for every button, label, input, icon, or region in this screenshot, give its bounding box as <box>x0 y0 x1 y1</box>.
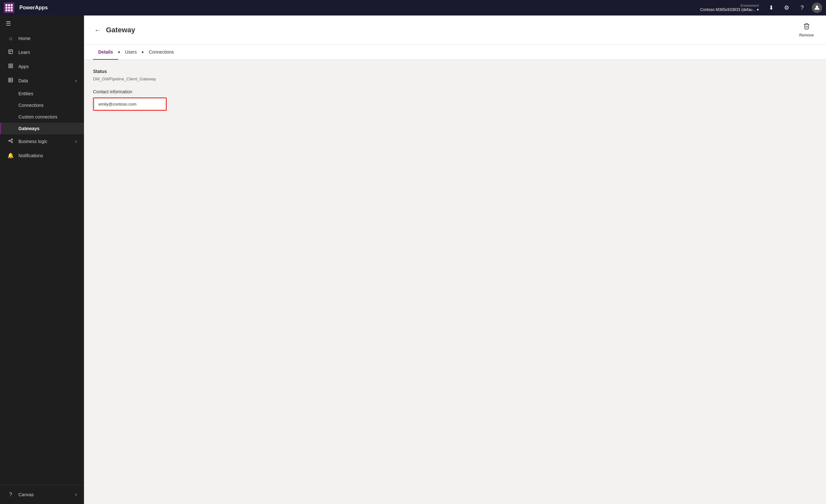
sidebar-item-gateways[interactable]: Gateways <box>0 123 84 134</box>
sidebar-label-connections: Connections <box>18 103 77 108</box>
tab-users-label: Users <box>125 49 137 55</box>
topbar: PowerApps Environment Contoso M365x93383… <box>0 0 826 15</box>
tab-bar: Details Users Connections <box>84 45 826 60</box>
sidebar-label-business-logic: Business logic <box>18 139 70 144</box>
learn-icon <box>7 49 14 56</box>
sidebar-label-gateways: Gateways <box>18 126 77 131</box>
remove-label: Remove <box>799 33 814 38</box>
sidebar-label-learn: Learn <box>18 50 77 55</box>
waffle-button[interactable] <box>4 3 14 13</box>
content-area: Status DM_GWPipeline_Client_Gateway Cont… <box>84 60 826 504</box>
sidebar-bottom: ? Canvas ∨ <box>0 485 84 504</box>
main-area: ← Gateway Remove Details <box>84 15 826 504</box>
sidebar-item-home[interactable]: ⌂ Home <box>0 32 84 45</box>
back-button[interactable]: ← <box>93 25 102 35</box>
user-avatar[interactable] <box>812 3 822 13</box>
data-icon <box>7 77 14 84</box>
sidebar-item-canvas[interactable]: ? Canvas ∨ <box>0 488 84 501</box>
svg-rect-1 <box>9 50 13 54</box>
hamburger-button[interactable]: ☰ <box>0 15 84 32</box>
sidebar-item-apps[interactable]: Apps <box>0 59 84 74</box>
notifications-icon: 🔔 <box>7 152 14 159</box>
svg-point-13 <box>11 139 13 140</box>
status-value: DM_GWPipeline_Client_Gateway <box>93 76 817 81</box>
svg-rect-5 <box>11 64 13 66</box>
svg-rect-6 <box>9 66 10 68</box>
sidebar-label-notifications: Notifications <box>18 153 77 158</box>
canvas-help-icon: ? <box>7 492 14 498</box>
tab-details-label: Details <box>98 49 113 55</box>
status-label: Status <box>93 69 817 74</box>
sidebar-item-custom-connectors[interactable]: Custom connectors <box>0 111 84 123</box>
svg-point-12 <box>9 140 10 141</box>
apps-icon <box>7 63 14 70</box>
svg-rect-7 <box>11 66 13 68</box>
env-label: Environment <box>741 4 759 7</box>
sidebar-item-notifications[interactable]: 🔔 Notifications <box>0 148 84 163</box>
chevron-down-icon: ▾ <box>757 7 759 12</box>
svg-line-16 <box>10 141 11 142</box>
sidebar-item-connections[interactable]: Connections <box>0 100 84 111</box>
business-logic-chevron-icon: ∨ <box>75 139 77 144</box>
sidebar-label-home: Home <box>18 36 77 41</box>
sidebar-item-entities[interactable]: Entities <box>0 88 84 100</box>
tab-users[interactable]: Users <box>120 45 142 60</box>
settings-button[interactable]: ⚙ <box>781 2 792 13</box>
trash-icon <box>803 22 810 32</box>
tab-connections-label: Connections <box>149 49 174 55</box>
svg-line-15 <box>10 140 11 141</box>
brand-title: PowerApps <box>19 5 48 11</box>
home-icon: ⌂ <box>7 36 14 41</box>
sidebar: ☰ ⌂ Home Learn Apps Data ∧ <box>0 15 84 504</box>
svg-rect-8 <box>9 78 13 82</box>
tab-connections[interactable]: Connections <box>143 45 179 60</box>
remove-button[interactable]: Remove <box>796 21 817 40</box>
page-header: ← Gateway Remove <box>84 15 826 45</box>
environment-selector[interactable]: Environment Contoso M365x933833 (defau..… <box>698 3 761 13</box>
contact-email-input[interactable] <box>94 99 165 110</box>
business-logic-icon <box>7 138 14 145</box>
canvas-chevron-icon: ∨ <box>75 492 77 497</box>
sidebar-item-business-logic[interactable]: Business logic ∨ <box>0 134 84 148</box>
svg-point-14 <box>11 141 13 143</box>
contact-input-wrapper <box>93 98 167 111</box>
download-button[interactable]: ⬇ <box>765 2 777 13</box>
tab-details[interactable]: Details <box>93 45 118 60</box>
svg-rect-4 <box>9 64 10 66</box>
sidebar-item-learn[interactable]: Learn <box>0 45 84 59</box>
sidebar-label-custom-connectors: Custom connectors <box>18 114 77 119</box>
data-chevron-icon: ∧ <box>75 78 77 83</box>
sidebar-label-canvas: Canvas <box>18 492 70 497</box>
sidebar-label-data: Data <box>18 78 70 83</box>
page-title: Gateway <box>106 26 135 34</box>
sidebar-label-apps: Apps <box>18 64 77 69</box>
sidebar-item-data[interactable]: Data ∧ <box>0 74 84 88</box>
env-value: Contoso M365x933833 (defau... ▾ <box>700 7 759 12</box>
waffle-icon <box>5 4 13 11</box>
contact-label: Contact information <box>93 89 817 94</box>
help-button[interactable]: ? <box>796 2 808 13</box>
sidebar-label-entities: Entities <box>18 91 77 96</box>
page-header-left: ← Gateway <box>93 25 135 35</box>
